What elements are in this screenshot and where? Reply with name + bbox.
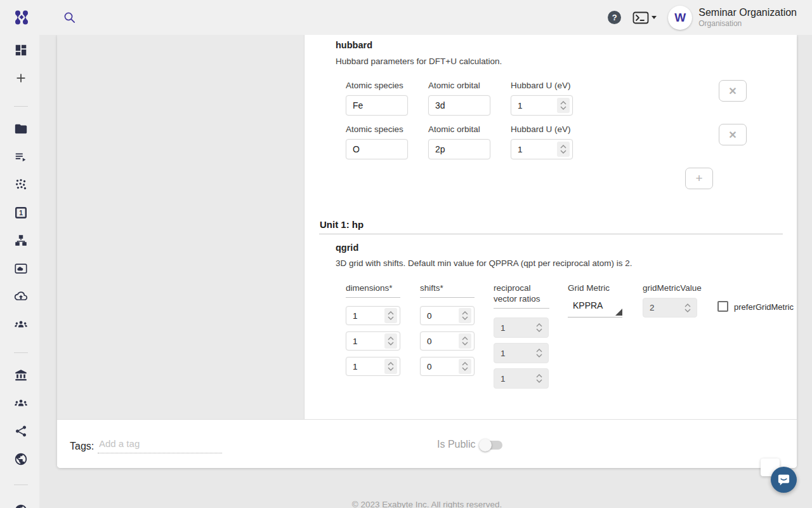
prefer-grid-metric-checkbox[interactable] (717, 301, 728, 312)
share-icon (14, 424, 28, 438)
tag-input[interactable] (98, 437, 222, 453)
stepper-icon[interactable] (384, 333, 397, 349)
sidebar-item-team[interactable] (14, 318, 28, 331)
dashboard-icon (14, 43, 28, 57)
grain-icon (14, 178, 28, 192)
dimensions-label: dimensions* (346, 283, 400, 298)
chat-launcher[interactable] (771, 467, 797, 493)
grid-metric-label: Grid Metric (568, 283, 610, 293)
unit-form-panel: hubbard Hubbard parameters for DFT+U cal… (304, 35, 797, 419)
add-row-button[interactable]: + (685, 168, 713, 189)
terminal-icon (632, 11, 649, 24)
stepper-icon (533, 371, 546, 386)
grid-metric-value: 2 (650, 303, 655, 312)
shift-input[interactable]: 0 (420, 306, 475, 325)
shift-value: 0 (427, 362, 432, 371)
grid-metric-select[interactable]: KPPRA (568, 300, 622, 318)
atomic-species-input[interactable]: Fe (346, 95, 408, 116)
hubbard-u-input[interactable]: 1 (511, 95, 573, 116)
stepper-icon (533, 320, 546, 335)
app-logo-icon[interactable] (13, 8, 30, 26)
is-public-toggle[interactable] (481, 441, 502, 450)
prefer-grid-metric-label: preferGridMetric (734, 302, 794, 312)
stepper-icon[interactable] (384, 359, 397, 374)
one-box-icon: 1 (14, 206, 28, 220)
sidebar-item-share[interactable] (14, 424, 28, 438)
console-menu-button[interactable] (632, 11, 657, 24)
sidebar-item-materials[interactable] (14, 178, 28, 192)
unit-divider (319, 234, 783, 234)
help-icon[interactable]: ? (608, 11, 621, 24)
top-header: ? W Seminar Organization Organisation (0, 0, 812, 35)
search-icon[interactable] (63, 11, 77, 25)
atomic-species-label: Atomic species (346, 81, 403, 90)
atomic-orbital-label: Atomic orbital (428, 81, 480, 90)
remove-row-button[interactable]: ✕ (719, 80, 747, 102)
globe-icon (14, 504, 28, 508)
stepper-icon[interactable] (557, 142, 570, 157)
main-panel: hubbard Hubbard parameters for DFT+U cal… (57, 35, 797, 468)
stepper-icon[interactable] (384, 308, 397, 323)
hubbard-u-input[interactable]: 1 (511, 139, 573, 159)
sidebar-item-members[interactable] (14, 396, 28, 410)
sidebar-item-cloud-upload[interactable] (14, 290, 28, 304)
stepper-icon[interactable] (459, 333, 471, 349)
copyright-text: © 2023 Exabyte Inc. All rights reserved. (57, 500, 797, 508)
atomic-species-input[interactable]: O (346, 139, 408, 159)
stepper-icon[interactable] (459, 359, 471, 374)
reciprocal-ratios-label: reciprocal vector ratios (494, 283, 549, 309)
sidebar-item-organization[interactable] (14, 368, 28, 382)
atomic-orbital-input[interactable]: 3d (428, 95, 490, 116)
reciprocal-ratio-input: 1 (494, 368, 549, 389)
shift-input[interactable]: 0 (420, 331, 475, 351)
stepper-icon[interactable] (557, 98, 570, 113)
avatar[interactable]: W (668, 6, 692, 30)
groups-icon (14, 396, 28, 410)
atomic-orbital-input[interactable]: 2p (428, 139, 490, 159)
tags-label: Tags: (70, 441, 94, 452)
hubbard-description: Hubbard parameters for DFT+U calculation… (336, 57, 502, 66)
reciprocal-value: 1 (501, 323, 506, 333)
stepper-icon (533, 345, 546, 361)
sidebar-item-jobs[interactable] (14, 150, 28, 164)
sidebar-item-create[interactable] (14, 71, 28, 85)
shifts-label: shifts* (420, 283, 475, 298)
sidebar-item-public[interactable] (14, 452, 28, 466)
qgrid-title: qgrid (336, 243, 358, 253)
chat-icon (777, 473, 790, 486)
shift-value: 0 (427, 337, 432, 346)
tags-bar: Tags: Is Public (57, 419, 797, 468)
dimension-input[interactable]: 1 (346, 306, 400, 325)
select-arrow-icon (615, 309, 622, 316)
sidebar-item-unit[interactable]: 1 (14, 206, 28, 220)
dimension-input[interactable]: 1 (346, 331, 400, 351)
sidebar-item-workflows[interactable] (14, 234, 28, 248)
toggle-knob (479, 439, 492, 451)
groups-icon (14, 318, 28, 331)
framed-cloud-icon (14, 262, 28, 276)
stepper-icon[interactable] (459, 308, 471, 323)
cloud-upload-icon (14, 290, 28, 304)
shift-input[interactable]: 0 (420, 357, 475, 376)
sidebar-item-remote-files[interactable] (14, 262, 28, 276)
dimension-value: 1 (353, 362, 358, 371)
dimension-value: 1 (353, 337, 358, 346)
sidebar-item-dashboard[interactable] (14, 43, 28, 57)
sidebar-item-bottom-globe[interactable] (14, 504, 28, 508)
bank-icon (14, 368, 28, 382)
grid-metric-value-input: 2 (643, 298, 697, 318)
hubbard-u-value: 1 (518, 145, 523, 154)
sidebar-divider (14, 485, 28, 485)
sidebar-item-projects[interactable] (14, 122, 28, 136)
shift-value: 0 (427, 311, 432, 321)
plus-icon (14, 71, 28, 85)
is-public-label: Is Public (437, 439, 475, 450)
dimension-input[interactable]: 1 (346, 357, 400, 376)
reciprocal-value: 1 (501, 349, 506, 358)
user-menu[interactable]: W Seminar Organization Organisation (668, 6, 797, 30)
playlist-play-icon (14, 150, 28, 164)
dimension-value: 1 (353, 311, 358, 321)
grid-metric-value-label: gridMetricValue (643, 283, 702, 293)
remove-row-button[interactable]: ✕ (719, 124, 747, 145)
atomic-species-label: Atomic species (346, 124, 403, 134)
